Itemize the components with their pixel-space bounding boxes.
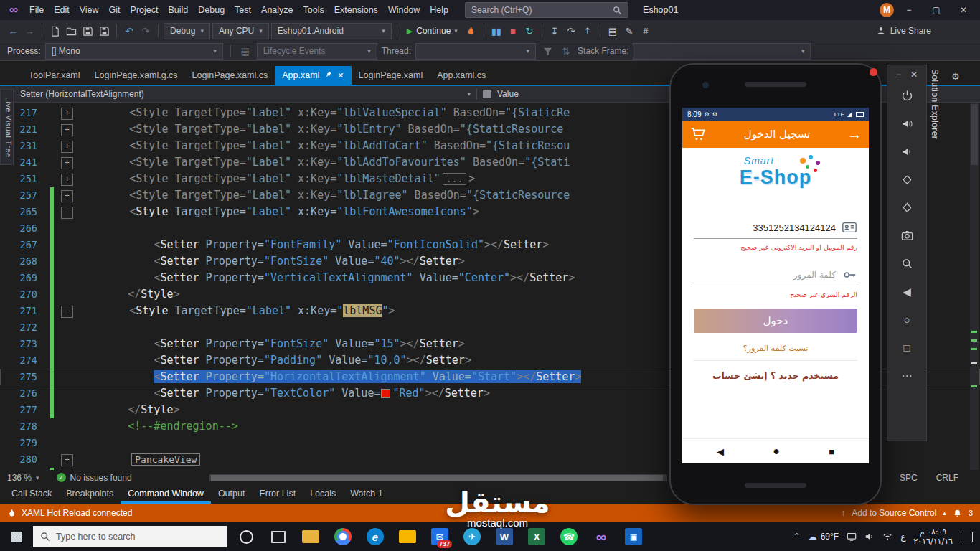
volume-down-button[interactable]: [896, 138, 918, 166]
menu-tools[interactable]: Tools: [298, 2, 329, 18]
menu-extensions[interactable]: Extensions: [329, 2, 383, 18]
mail-taskbar-icon[interactable]: ✉737: [426, 522, 453, 551]
android-home-icon[interactable]: ●: [773, 445, 780, 458]
live-visual-tree-tab[interactable]: Live Visual Tree: [0, 89, 14, 165]
task-view-taskbar-icon[interactable]: [265, 522, 292, 551]
recents-button[interactable]: □: [896, 334, 918, 362]
startup-project-dropdown[interactable]: Eshop01.Android▾: [271, 23, 392, 39]
lifecycle-dropdown[interactable]: Lifecycle Events▾: [257, 43, 377, 60]
close-button[interactable]: ✕: [951, 1, 976, 19]
code-cleanup-icon[interactable]: ✎: [622, 24, 636, 38]
menu-debug[interactable]: Debug: [193, 2, 230, 18]
menu-test[interactable]: Test: [230, 2, 256, 18]
word-taskbar-icon[interactable]: W: [491, 522, 518, 551]
weather-widget[interactable]: ☁ 69°F: [809, 532, 839, 542]
breadcrumb-element[interactable]: Setter (HorizontalTextAlignment) ▾: [0, 89, 476, 99]
fold-marker[interactable]: +: [61, 190, 73, 202]
fold-marker[interactable]: +: [61, 108, 73, 120]
fold-marker[interactable]: +: [61, 157, 73, 169]
open-file-icon[interactable]: [64, 24, 78, 38]
fold-marker[interactable]: +: [61, 454, 73, 466]
fold-marker[interactable]: +: [61, 124, 73, 136]
visual-studio-taskbar-icon[interactable]: ∞: [588, 522, 615, 551]
lifecycle-icon[interactable]: ▤: [238, 44, 253, 58]
emulator-minimize-icon[interactable]: −: [896, 70, 901, 80]
tray-display-icon[interactable]: [847, 532, 857, 542]
zoom-button[interactable]: [896, 250, 918, 278]
continue-button[interactable]: ▶Continue▾: [402, 23, 462, 39]
tab-toolpar.xaml[interactable]: ToolPar.xaml: [22, 66, 88, 85]
emulator-close-icon[interactable]: ✕: [910, 70, 918, 80]
gear-icon[interactable]: ⚙: [951, 71, 960, 82]
save-all-icon[interactable]: [97, 24, 111, 38]
clock[interactable]: ٠٨:٠٩ م ٢٠١٦/١١/١٦: [913, 527, 953, 546]
username-field[interactable]: 3351252134124124: [694, 217, 857, 239]
zoom-control[interactable]: 136 % ▾: [0, 473, 47, 483]
rotate-left-button[interactable]: [896, 166, 918, 194]
menu-view[interactable]: View: [75, 2, 104, 18]
tab-app.xaml[interactable]: App.xaml✕: [275, 66, 351, 85]
scrollbar-thumb[interactable]: [211, 475, 663, 481]
panel-tab-locals[interactable]: Locals: [303, 485, 343, 504]
excel-taskbar-icon[interactable]: X: [523, 522, 550, 551]
login-arrow-icon[interactable]: →: [847, 126, 862, 143]
menu-git[interactable]: Git: [104, 2, 126, 18]
language-indicator[interactable]: ع: [900, 532, 905, 542]
navigate-back-icon[interactable]: ←: [6, 24, 20, 38]
signup-link[interactable]: مستخدم جديد ؟ إنشئ حساب: [694, 370, 857, 381]
menu-build[interactable]: Build: [163, 2, 193, 18]
tab-app.xaml.cs[interactable]: App.xaml.cs: [430, 66, 493, 85]
photos-taskbar-icon[interactable]: ▣: [620, 522, 647, 551]
notifications-bell-icon[interactable]: [953, 509, 962, 518]
stack-frame-dropdown[interactable]: ▾: [633, 43, 811, 60]
android-recents-icon[interactable]: ■: [829, 446, 834, 457]
menu-analyze[interactable]: Analyze: [256, 2, 298, 18]
menu-edit[interactable]: Edit: [49, 2, 75, 18]
filter-icon[interactable]: [540, 44, 555, 58]
undo-icon[interactable]: ↶: [122, 24, 136, 38]
menu-window[interactable]: Window: [383, 2, 425, 18]
folder-taskbar-icon[interactable]: [394, 522, 421, 551]
back-button[interactable]: ◀: [896, 278, 918, 306]
chevron-up-icon[interactable]: ▴: [943, 509, 946, 517]
configuration-dropdown[interactable]: Debug▾: [164, 23, 210, 39]
panel-tab-command-window[interactable]: Command Window: [121, 485, 211, 504]
hot-reload-flame-icon[interactable]: [464, 24, 479, 38]
solution-explorer-tab[interactable]: Solution Explorer: [930, 69, 940, 139]
process-dropdown[interactable]: [] Mono▾: [45, 43, 223, 60]
breadcrumb-property[interactable]: Value: [477, 89, 524, 99]
step-out-icon[interactable]: ↥: [580, 24, 595, 38]
menu-file[interactable]: File: [24, 2, 49, 18]
home-button[interactable]: ○: [896, 306, 918, 334]
panel-tab-call-stack[interactable]: Call Stack: [4, 485, 59, 504]
platform-dropdown[interactable]: Any CPU▾: [212, 23, 269, 39]
eol-indicator[interactable]: CRLF: [936, 473, 958, 483]
panel-tab-watch-1[interactable]: Watch 1: [343, 485, 390, 504]
tab-loginpage.xaml[interactable]: LoginPage.xaml: [352, 66, 430, 85]
vertical-scrollbar-thumb[interactable]: [971, 104, 978, 165]
menu-project[interactable]: Project: [126, 2, 164, 18]
redo-icon[interactable]: ↷: [138, 24, 153, 38]
fold-marker[interactable]: +: [61, 141, 73, 153]
live-share-button[interactable]: Live Share: [876, 26, 931, 36]
minimize-button[interactable]: −: [897, 1, 921, 19]
health-indicator[interactable]: ✓ No issues found: [57, 473, 132, 483]
analyzer-icon[interactable]: #: [639, 24, 653, 38]
volume-up-button[interactable]: [896, 110, 918, 138]
file-explorer-taskbar-icon[interactable]: [297, 522, 324, 551]
thread-dropdown[interactable]: ▾: [415, 43, 536, 60]
stop-debugging-icon[interactable]: ■: [506, 24, 520, 38]
panel-tab-output[interactable]: Output: [211, 485, 253, 504]
avatar[interactable]: M: [880, 3, 894, 17]
step-over-icon[interactable]: ↷: [564, 24, 578, 38]
chrome-taskbar-icon[interactable]: [329, 522, 357, 551]
taskbar-search[interactable]: Type here to search: [33, 526, 227, 547]
power-button[interactable]: [896, 82, 918, 110]
password-field[interactable]: كلمة المرور: [694, 264, 857, 286]
quick-search[interactable]: Search (Ctrl+Q): [465, 2, 628, 18]
menu-help[interactable]: Help: [425, 2, 453, 18]
telegram-taskbar-icon[interactable]: ✈: [458, 522, 486, 551]
tab-loginpage.xaml.g.cs[interactable]: LoginPage.xaml.g.cs: [88, 66, 185, 85]
tray-expand-icon[interactable]: ⌃: [793, 532, 801, 542]
cortana-taskbar-icon[interactable]: [232, 522, 260, 551]
